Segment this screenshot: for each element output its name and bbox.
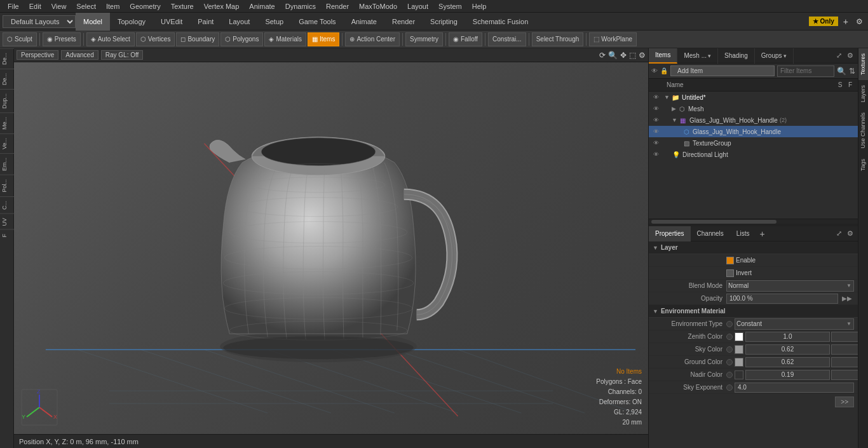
viewport-icon-rotate[interactable]: ⟳	[599, 51, 606, 60]
sky-radio[interactable]	[726, 346, 733, 353]
tree-item-mesh-parent[interactable]: 👁 ▶ ⬡ Mesh	[649, 103, 858, 114]
menu-view[interactable]: View	[46, 1, 72, 11]
tree-vis-texture-group[interactable]: 👁	[650, 137, 661, 149]
presets-button[interactable]: ◉ Presets	[43, 32, 81, 46]
props-expand-button[interactable]: >>	[835, 397, 854, 407]
opacity-input[interactable]: 100.0 %	[726, 294, 838, 304]
tree-item-untitled[interactable]: 👁 ▼ 📁 Untitled*	[649, 92, 858, 103]
props-tab-properties[interactable]: Properties	[649, 226, 691, 241]
tab-animate[interactable]: Animate	[344, 13, 384, 31]
layout-gear-button[interactable]: ⚙	[853, 17, 865, 26]
ground-color-swatch[interactable]	[735, 358, 743, 367]
tree-vis-mesh[interactable]: 👁	[650, 103, 661, 114]
tree-item-jug-mesh[interactable]: 👁 ⬡ Glass_Jug_With_Hook_Handle	[649, 126, 858, 137]
sculpt-button[interactable]: ⬡ Sculpt	[3, 32, 37, 46]
left-tab-vertex[interactable]: Ve...	[0, 133, 14, 153]
menu-edit[interactable]: Edit	[24, 1, 46, 11]
add-item-button[interactable]: Add Item	[670, 65, 775, 76]
viewport-raygl-btn[interactable]: Ray GL: Off	[101, 50, 144, 60]
viewport-icon-pan[interactable]: ✥	[620, 51, 627, 60]
left-tab-duplicate[interactable]: Dup...	[0, 89, 14, 112]
menu-select[interactable]: Select	[71, 1, 101, 11]
menu-dynamics[interactable]: Dynamics	[280, 1, 321, 11]
action-center-button[interactable]: ⊕ Action Center	[345, 32, 400, 46]
zenith-g-input[interactable]	[831, 332, 858, 342]
props-gear-icon[interactable]: ⚙	[845, 229, 855, 238]
tree-item-dir-light[interactable]: 👁 💡 Directional Light	[649, 149, 858, 160]
rp-tab-items[interactable]: Items	[649, 48, 677, 64]
env-type-select[interactable]: Constant 4 Color Gradient Texture	[735, 318, 854, 330]
props-tab-lists[interactable]: Lists	[730, 226, 756, 241]
sky-color-swatch[interactable]	[735, 345, 743, 354]
menu-animate[interactable]: Animate	[244, 1, 280, 11]
tree-item-texture-group[interactable]: 👁 ▨ TextureGroup	[649, 137, 858, 149]
rs-tab-tags[interactable]: Tags	[858, 154, 869, 176]
rp-tab-groups[interactable]: Groups ▾	[755, 48, 794, 64]
sky-r-input[interactable]: 0.62	[745, 344, 830, 355]
vertices-button[interactable]: ⬡ Vertices	[136, 32, 175, 46]
rp-gear-icon[interactable]: ⚙	[845, 51, 855, 60]
rp-tab-shading[interactable]: Shading	[718, 48, 755, 64]
rs-tab-textures[interactable]: Textures	[858, 48, 869, 80]
ground-g-input[interactable]: 0.62	[831, 357, 858, 367]
enable-checkbox[interactable]	[726, 257, 734, 264]
nadir-radio[interactable]	[726, 372, 733, 378]
left-tab-edges[interactable]: Em...	[0, 153, 14, 175]
sky-g-input[interactable]: 0.62	[831, 344, 858, 355]
select-through-button[interactable]: Select Through	[532, 32, 584, 46]
filter-items-input[interactable]	[777, 65, 834, 77]
viewport-icon-settings[interactable]: ⚙	[639, 51, 646, 60]
tab-scripting[interactable]: Scripting	[423, 13, 465, 31]
left-tab-deformers[interactable]: De...	[0, 48, 14, 69]
left-tab-c[interactable]: C...	[0, 196, 14, 214]
zenith-color-swatch[interactable]	[735, 332, 743, 341]
props-tab-add-button[interactable]: +	[756, 229, 768, 239]
env-type-radio[interactable]	[726, 321, 733, 327]
materials-button[interactable]: ◈ Materials	[264, 32, 306, 46]
ground-radio[interactable]	[726, 359, 733, 365]
left-tab-mesh[interactable]: Me...	[0, 112, 14, 133]
items-lock-icon[interactable]: 🔒	[660, 67, 668, 74]
opacity-append-icon[interactable]: ▶▶	[840, 295, 854, 302]
viewport-advanced-btn[interactable]: Advanced	[61, 50, 98, 60]
tab-uvedit[interactable]: UVEdit	[153, 13, 190, 31]
tree-vis-jug-mesh[interactable]: 👁	[650, 126, 661, 137]
boundary-button[interactable]: ◻ Boundary	[176, 32, 219, 46]
rp-expand-icon[interactable]: ⤢	[834, 51, 844, 60]
props-tab-channels[interactable]: Channels	[691, 226, 730, 241]
tree-vis-dir-light[interactable]: 👁	[650, 149, 661, 160]
left-tab-f[interactable]: F	[0, 229, 14, 241]
rp-tab-mesh[interactable]: Mesh ... ▾	[677, 48, 718, 64]
viewport-icon-frame[interactable]: ⬚	[629, 51, 636, 60]
menu-geometry[interactable]: Geometry	[125, 1, 165, 11]
tab-schematic-fusion[interactable]: Schematic Fusion	[465, 13, 536, 31]
symmetry-button[interactable]: Symmetry	[405, 32, 443, 46]
viewport-icon-zoom[interactable]: 🔍	[608, 51, 618, 60]
tab-topology[interactable]: Topology	[110, 13, 153, 31]
items-search-icon[interactable]: 🔍	[837, 67, 846, 76]
tab-game-tools[interactable]: Game Tools	[291, 13, 344, 31]
falloff-button[interactable]: ◉ Falloff	[449, 32, 482, 46]
left-tab-uv[interactable]: UV	[0, 214, 14, 230]
tab-model[interactable]: Model	[76, 13, 110, 31]
props-expand-icon[interactable]: ⤢	[834, 229, 844, 238]
star-only-badge[interactable]: ★ Only	[809, 17, 838, 26]
left-tab-polygon[interactable]: Pol...	[0, 175, 14, 196]
workplane-button[interactable]: ⬚ WorkPlane	[589, 32, 637, 46]
rs-tab-layers[interactable]: Layers	[858, 80, 869, 107]
viewport-perspective-btn[interactable]: Perspective	[17, 50, 58, 60]
sky-exp-radio[interactable]	[726, 384, 733, 391]
items-visible-icon[interactable]: 👁	[651, 67, 658, 74]
nadir-color-swatch[interactable]	[735, 370, 743, 379]
tab-render[interactable]: Render	[384, 13, 423, 31]
menu-layout[interactable]: Layout	[402, 1, 433, 11]
tab-layout[interactable]: Layout	[221, 13, 257, 31]
tree-item-jug-group[interactable]: 👁 ▼ ▦ Glass_Jug_With_Hook_Handle (2)	[649, 114, 858, 126]
viewport-3d[interactable]: No Items Polygons : Face Channels: 0 Def…	[14, 62, 648, 434]
ground-r-input[interactable]: 0.62	[745, 357, 830, 367]
layout-add-button[interactable]: +	[841, 17, 851, 27]
menu-system[interactable]: System	[433, 1, 467, 11]
layout-dropdown[interactable]: Default Layouts	[3, 15, 76, 28]
zenith-radio[interactable]	[726, 334, 733, 340]
nadir-r-input[interactable]: 0.19	[745, 370, 830, 380]
